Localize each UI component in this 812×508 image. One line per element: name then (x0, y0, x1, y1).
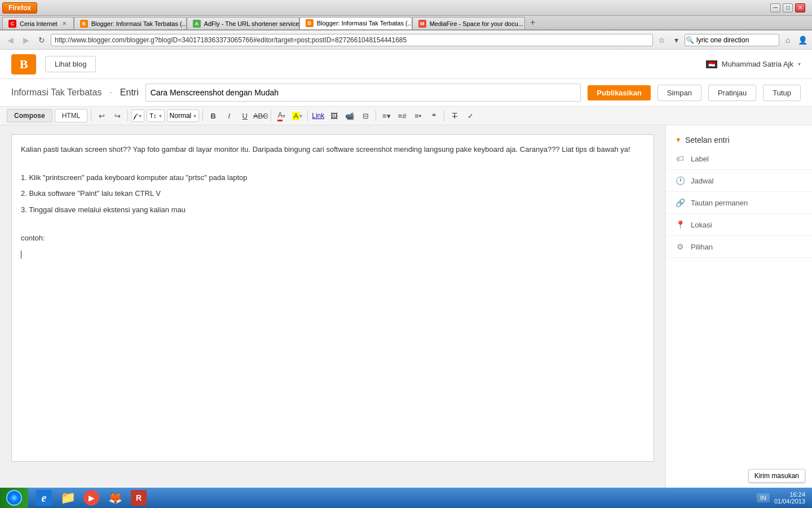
taskbar-app-explorer[interactable]: 📁 (56, 489, 79, 507)
post-title-input[interactable] (145, 84, 581, 102)
url-bar[interactable] (51, 34, 653, 46)
link-button[interactable]: Link (311, 110, 325, 122)
highlight-dropdown-icon: ▾ (299, 113, 302, 119)
red-app-icon: R (131, 490, 147, 506)
main-content: Kalian pasti taukan screen shot?? Yap fo… (0, 125, 812, 508)
refresh-button[interactable]: ↻ (35, 34, 48, 46)
font-family-dropdown[interactable]: 𝒻 ▾ (131, 110, 144, 122)
tab-close-ceria[interactable]: ✕ (61, 20, 68, 27)
taskbar-app-firefox[interactable]: 🦊 (104, 489, 126, 507)
blog-name-link[interactable]: Informasi Tak Terbatas (11, 87, 102, 98)
step1-text: 1. Klik "printscreen" pada keyboard komp… (21, 172, 645, 184)
example-label: contoh: (21, 233, 645, 244)
sidebar-item-pilihan[interactable]: ⚙ Pilihan (666, 236, 812, 258)
start-button[interactable] (0, 488, 28, 508)
underline-button[interactable]: U (238, 110, 251, 122)
blogger-top-bar: B Lihat blog 🇮🇩 Muhammad Satria Ajk ▾ (0, 50, 812, 79)
tab-adfly[interactable]: A AdFly - The URL shortener service ... … (187, 17, 299, 29)
firefox-menu-button[interactable]: Firefox (2, 2, 37, 14)
html-tab[interactable]: HTML (55, 109, 88, 122)
tab-label-adfly: AdFly - The URL shortener service ... (204, 20, 299, 27)
forward-button[interactable]: ▶ (19, 34, 33, 46)
tab-favicon-adfly: A (193, 20, 201, 28)
compose-tab[interactable]: Compose (7, 109, 52, 122)
user-profile-icon[interactable]: 👤 (796, 34, 809, 46)
intro-paragraph: Kalian pasti taukan screen shot?? Yap fo… (21, 144, 645, 156)
preview-button[interactable]: Pratinjau (708, 85, 756, 101)
taskbar-app-media[interactable]: ▶ (80, 489, 103, 507)
text-cursor (21, 251, 21, 259)
time-display: 16:24 (774, 491, 805, 498)
ie-icon: e (36, 490, 52, 506)
lihat-blog-button[interactable]: Lihat blog (45, 56, 96, 72)
quote-button[interactable]: ❝ (427, 110, 440, 122)
size-dropdown-icon: ▾ (159, 113, 162, 119)
new-tab-button[interactable]: + (527, 17, 539, 28)
search-bar: 🔍 (685, 34, 779, 46)
tab-label-blogger2: Blogger: Informasi Tak Terbatas (..: (317, 20, 412, 27)
undo-button[interactable]: ↩ (95, 110, 108, 122)
maximize-button[interactable]: □ (783, 3, 793, 12)
bookmark-star-icon[interactable]: ☆ (655, 34, 668, 46)
tab-blogger2[interactable]: B Blogger: Informasi Tak Terbatas (..: ✕ (299, 17, 412, 29)
tab-bar: C Ceria Internet ✕ B Blogger: Informasi … (0, 16, 812, 30)
save-button[interactable]: Simpan (657, 85, 701, 101)
tab-favicon-blogger2: B (306, 19, 314, 27)
back-button[interactable]: ◀ (3, 34, 17, 46)
close-button[interactable]: ✕ (795, 3, 805, 12)
strikethrough-button[interactable]: ABC (254, 110, 267, 122)
publish-button[interactable]: Publikasikan (588, 85, 650, 100)
unordered-list-button[interactable]: ≡• (411, 110, 425, 122)
redo-button[interactable]: ↪ (111, 110, 124, 122)
toolbar-separator-3 (202, 110, 203, 121)
font-size-dropdown[interactable]: T↕ ▾ (147, 110, 164, 122)
align-button[interactable]: ≡▾ (379, 110, 393, 122)
search-input[interactable] (694, 36, 779, 44)
ordered-list-button[interactable]: ≡# (395, 110, 409, 122)
font-label: 𝒻 (134, 112, 136, 120)
sidebar-section-title: ▼ Setelan entri (666, 132, 812, 148)
tab-mediafire[interactable]: M MediaFire - Space for your docu... ✕ (412, 17, 525, 29)
jump-break-button[interactable]: ⊟ (359, 110, 372, 122)
sidebar-collapse-icon[interactable]: ▼ (675, 136, 682, 144)
windows-logo-icon (6, 490, 22, 506)
sidebar-item-label[interactable]: 🏷 Label (666, 148, 812, 170)
tab-blogger1[interactable]: B Blogger: Informasi Tak Terbatas (... ✕ (74, 17, 187, 29)
lokasi-item-text: Lokasi (691, 221, 712, 229)
close-post-button[interactable]: Tutup (763, 85, 801, 101)
sidebar-title-label: Setelan entri (685, 135, 730, 144)
sidebar-item-lokasi[interactable]: 📍 Lokasi (666, 214, 812, 236)
text-color-dropdown-icon: ▾ (283, 113, 285, 119)
editor-toolbar: Compose HTML ↩ ↪ 𝒻 ▾ T↕ ▾ Normal ▾ B I U… (0, 107, 812, 125)
user-dropdown-icon[interactable]: ▾ (798, 61, 801, 67)
taskbar-app-red[interactable]: R (127, 489, 150, 507)
minimize-button[interactable]: ─ (770, 3, 780, 12)
font-size-label: T↕ (149, 112, 156, 119)
nav-right: ☆ ▾ 🔍 ⌂ 👤 (655, 34, 809, 46)
spellcheck-button[interactable]: ✓ (464, 110, 477, 122)
video-button[interactable]: 📹 (343, 110, 356, 122)
tab-ceria[interactable]: C Ceria Internet ✕ (2, 17, 74, 29)
tab-favicon-ceria: C (8, 20, 16, 28)
editor-box[interactable]: Kalian pasti taukan screen shot?? Yap fo… (11, 134, 654, 462)
italic-button[interactable]: I (222, 110, 236, 122)
text-style-dropdown[interactable]: Normal ▾ (167, 110, 200, 122)
sidebar-item-jadwal[interactable]: 🕐 Jadwal (666, 170, 812, 192)
remove-format-button[interactable]: T̶ (448, 110, 461, 122)
taskbar: e 📁 ▶ 🦊 R IN 16:24 01/04/2013 (0, 488, 812, 508)
blogger-logo[interactable]: B (11, 54, 36, 75)
editor-content: Kalian pasti taukan screen shot?? Yap fo… (21, 144, 645, 260)
right-sidebar: ▼ Setelan entri 🏷 Label 🕐 Jadwal 🔗 Tauta… (665, 125, 812, 508)
image-button[interactable]: 🖼 (327, 110, 341, 122)
highlight-color-button[interactable]: A ▾ (290, 110, 304, 122)
taskbar-app-ie[interactable]: e (33, 489, 55, 507)
label-item-text: Label (691, 155, 709, 163)
text-color-button[interactable]: A ▾ (275, 110, 288, 122)
sidebar-item-tautan[interactable]: 🔗 Tautan permanen (666, 192, 812, 214)
home-button[interactable]: ⌂ (782, 34, 794, 46)
toolbar-separator-6 (376, 110, 376, 121)
kirim-masukan-button[interactable]: Kirim masukan (748, 469, 805, 483)
bookmark-icon[interactable]: ▾ (670, 34, 682, 46)
step2-text: 2. Buka software "Paint" lalu tekan CTRL… (21, 188, 645, 200)
bold-button[interactable]: B (206, 110, 220, 122)
